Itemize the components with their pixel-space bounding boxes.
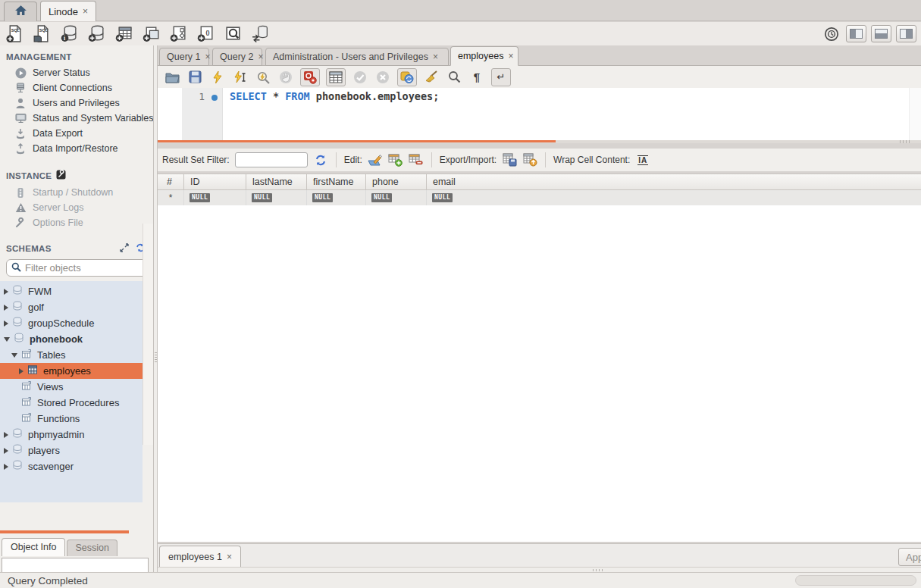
search-table-data-icon[interactable] (223, 23, 243, 44)
limit-rows-icon[interactable] (326, 68, 346, 86)
dashboard-icon[interactable] (821, 23, 841, 44)
stop-icon[interactable] (277, 69, 294, 86)
sidebar-item-server-status[interactable]: Server Status (0, 65, 153, 80)
tree-item-table-employees[interactable]: employees (0, 363, 153, 379)
editor-result-splitter[interactable] (158, 140, 921, 143)
clear-icon[interactable] (423, 69, 440, 86)
execute-icon[interactable] (209, 69, 226, 86)
tree-item-schema[interactable]: phpmyadmin (0, 427, 143, 443)
explain-icon[interactable] (255, 69, 271, 86)
close-icon[interactable]: × (227, 552, 232, 562)
open-sql-script-icon[interactable]: SQL (32, 23, 52, 44)
sidebar-item-client-connections[interactable]: Client Connections (0, 80, 153, 95)
edit-record-icon[interactable] (368, 152, 383, 167)
tree-item-schema[interactable]: scavenger (0, 458, 143, 474)
refresh-icon[interactable] (313, 152, 328, 167)
cell-phone[interactable]: NULL (366, 190, 427, 205)
toggle-right-panel-button[interactable] (896, 25, 916, 42)
import-records-icon[interactable] (522, 152, 537, 167)
tab-employees[interactable]: employees× (450, 46, 518, 66)
inspect-database-icon[interactable]: i (59, 23, 80, 44)
editor-scrollbar[interactable] (909, 88, 921, 140)
tab-query-2[interactable]: Query 2× (212, 48, 262, 66)
export-resultset-icon[interactable] (502, 152, 517, 167)
new-sql-tab-icon[interactable]: SQL (5, 23, 25, 44)
delete-row-icon[interactable] (409, 152, 424, 167)
toggle-bottom-panel-button[interactable] (871, 25, 891, 42)
tree-item-schema[interactable]: golf (0, 299, 143, 315)
sidebar-item-users-privileges[interactable]: Users and Privileges (0, 95, 153, 111)
expander-icon[interactable] (4, 321, 8, 327)
toggle-autocommit-icon[interactable] (397, 68, 417, 86)
tree-item-tables-folder[interactable]: Tables (0, 347, 143, 363)
toggle-wrap-icon[interactable]: ↵ (491, 68, 511, 86)
cell-email[interactable]: NULL (427, 190, 921, 205)
tab-employees-1[interactable]: employees 1 × (159, 546, 241, 568)
tree-scrollbar[interactable] (143, 224, 153, 445)
expander-icon[interactable] (4, 432, 8, 438)
cell-id[interactable]: NULL (184, 190, 246, 205)
home-tab[interactable] (4, 2, 37, 21)
save-icon[interactable] (186, 69, 203, 86)
create-procedure-icon[interactable] (168, 23, 189, 44)
create-view-icon[interactable] (141, 23, 161, 44)
commit-icon[interactable] (352, 69, 368, 86)
column-header-id[interactable]: ID (184, 174, 246, 190)
tab-query-1[interactable]: Query 1× (159, 48, 209, 66)
find-icon[interactable] (446, 69, 462, 86)
execute-current-icon[interactable] (232, 69, 249, 86)
sidebar-item-startup-shutdown[interactable]: Startup / Shutdown (0, 185, 153, 200)
expander-icon[interactable] (4, 464, 8, 470)
expander-icon[interactable] (4, 337, 10, 342)
cell-firstname[interactable]: NULL (307, 190, 366, 205)
show-invisibles-icon[interactable]: ¶ (468, 69, 485, 86)
create-schema-icon[interactable] (86, 23, 107, 44)
wrap-cell-icon[interactable]: IA (635, 152, 650, 167)
toggle-left-panel-button[interactable] (846, 25, 866, 42)
column-header-rownum[interactable]: # (158, 174, 184, 190)
connection-tab[interactable]: Linode × (40, 1, 96, 21)
sql-editor[interactable]: 1 SELECT * FROM phonebook.employees; (158, 88, 921, 140)
create-function-icon[interactable]: () (196, 23, 216, 44)
tab-session[interactable]: Session (67, 540, 117, 556)
horizontal-scrollbar[interactable] (795, 575, 916, 586)
tree-item-schema[interactable]: groupSchedule (0, 315, 143, 331)
expander-icon[interactable] (4, 448, 8, 454)
result-grid-new-row[interactable]: * NULL NULL NULL NULL NULL (158, 190, 921, 205)
sidebar-item-status-system-variables[interactable]: Status and System Variables (0, 111, 153, 126)
bottom-splitter[interactable] (158, 567, 921, 572)
rollback-icon[interactable] (374, 69, 391, 86)
reconnect-dbms-icon[interactable] (250, 23, 271, 44)
tab-administration[interactable]: Administration - Users and Privileges× (265, 48, 449, 66)
column-header-phone[interactable]: phone (366, 174, 427, 190)
close-icon[interactable]: × (83, 6, 88, 17)
sidebar-item-data-export[interactable]: Data Export (0, 126, 153, 141)
column-header-firstname[interactable]: firstName (307, 174, 366, 190)
sidebar-item-server-logs[interactable]: Server Logs (0, 200, 153, 215)
column-header-lastname[interactable]: lastName (246, 174, 307, 190)
cell-lastname[interactable]: NULL (246, 190, 307, 205)
expander-icon[interactable] (4, 305, 8, 311)
toggle-stop-on-error-icon[interactable] (300, 68, 320, 86)
tree-item-functions-folder[interactable]: Functions (0, 411, 143, 427)
tree-item-stored-procedures-folder[interactable]: Stored Procedures (0, 395, 143, 411)
sql-code-line[interactable]: SELECT * FROM phonebook.employees; (230, 90, 439, 102)
add-row-icon[interactable] (388, 152, 403, 167)
close-icon[interactable]: × (508, 51, 513, 61)
column-header-email[interactable]: email (427, 174, 921, 190)
schema-filter-input[interactable] (25, 262, 153, 274)
open-file-icon[interactable] (164, 69, 180, 86)
create-table-icon[interactable] (114, 23, 134, 44)
close-icon[interactable]: × (205, 52, 210, 62)
tree-item-schema[interactable]: players (0, 443, 143, 458)
result-set-filter-input[interactable] (235, 152, 308, 167)
sidebar-item-options-file[interactable]: Options File (0, 215, 153, 230)
expand-panel-icon[interactable] (120, 243, 129, 254)
apply-button[interactable]: Apply (898, 548, 921, 566)
sidebar-item-data-import[interactable]: Data Import/Restore (0, 141, 153, 156)
tree-item-schema-phonebook[interactable]: phonebook (0, 331, 143, 347)
close-icon[interactable]: × (433, 52, 438, 62)
expander-icon[interactable] (4, 289, 8, 295)
close-icon[interactable]: × (258, 52, 263, 62)
tab-object-info[interactable]: Object Info (2, 538, 65, 556)
